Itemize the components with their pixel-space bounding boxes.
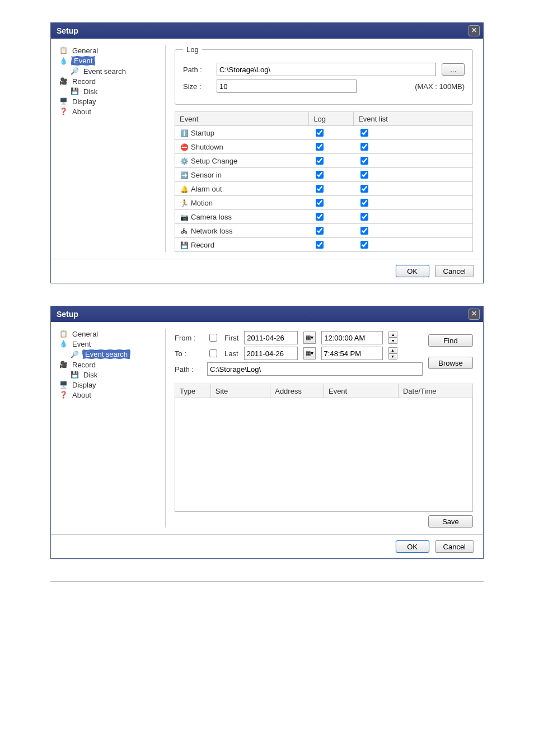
eventlist-checkbox[interactable] xyxy=(360,185,368,193)
record-icon: 🎥 xyxy=(59,360,68,369)
eventlist-checkbox[interactable] xyxy=(360,213,368,221)
display-icon: 🖥️ xyxy=(59,97,68,106)
eventlist-checkbox[interactable] xyxy=(360,143,368,151)
sidebar: 📋 General 💧 Event 🔎 Event search 🎥 Recor… xyxy=(58,45,158,252)
main-panel: From : First ▦▾ ▲ ▼ To : xyxy=(165,329,476,528)
record-icon: 🎥 xyxy=(59,77,68,86)
disk-icon: 💾 xyxy=(70,370,79,379)
path-label: Path : xyxy=(183,66,211,74)
sidebar-item-general[interactable]: 📋 General xyxy=(58,45,158,55)
col-log: Log xyxy=(309,112,354,126)
titlebar: Setup ✕ xyxy=(51,23,483,39)
ok-button[interactable]: OK xyxy=(396,540,429,553)
from-date-picker-icon[interactable]: ▦▾ xyxy=(303,332,316,344)
dialog-footer: OK Cancel xyxy=(51,534,483,558)
log-checkbox[interactable] xyxy=(316,185,324,193)
event-name: Setup Change xyxy=(191,157,237,165)
event-name: Startup xyxy=(191,129,214,137)
disk-icon: 💾 xyxy=(70,87,79,96)
cancel-button[interactable]: Cancel xyxy=(435,265,474,277)
log-checkbox[interactable] xyxy=(316,199,324,207)
eventlist-checkbox[interactable] xyxy=(360,129,368,137)
sidebar-item-general[interactable]: 📋 General xyxy=(58,329,158,339)
col-type: Type xyxy=(175,384,211,398)
event-name: Alarm out xyxy=(191,185,222,193)
results-empty xyxy=(175,398,473,512)
from-time-input[interactable] xyxy=(321,331,383,344)
sidebar-item-record[interactable]: 🎥 Record xyxy=(58,360,158,370)
sidebar-item-record[interactable]: 🎥 Record xyxy=(58,76,158,86)
to-time-input[interactable] xyxy=(321,347,383,360)
eventlist-checkbox[interactable] xyxy=(360,199,368,207)
event-name: Sensor in xyxy=(191,171,222,179)
first-checkbox[interactable] xyxy=(209,334,217,342)
log-checkbox[interactable] xyxy=(316,143,324,151)
log-checkbox[interactable] xyxy=(316,171,324,179)
last-checkbox[interactable] xyxy=(209,349,217,357)
log-legend: Log xyxy=(183,45,202,54)
table-row: 🏃Motion xyxy=(175,196,473,210)
log-checkbox[interactable] xyxy=(316,157,324,165)
event-row-icon: 💾 xyxy=(180,241,189,249)
path-input[interactable] xyxy=(217,63,436,76)
dialog-footer: OK Cancel xyxy=(51,259,483,283)
main-panel: Log Path : ... Size : (MAX : 100MB) Even… xyxy=(165,45,476,252)
events-table: Event Log Event list ℹ️Startup⛔Shutdown⚙… xyxy=(175,111,473,252)
event-row-icon: 📷 xyxy=(180,213,189,221)
log-checkbox[interactable] xyxy=(316,227,324,235)
event-name: Motion xyxy=(191,199,213,207)
event-row-icon: ➡️ xyxy=(180,171,189,179)
sidebar-item-event-search[interactable]: 🔎 Event search xyxy=(58,66,158,76)
to-date-input[interactable] xyxy=(244,347,298,360)
display-icon: 🖥️ xyxy=(59,380,68,389)
table-row: 💾Record xyxy=(175,238,473,252)
spin-down-icon[interactable]: ▼ xyxy=(388,338,397,344)
size-label: Size : xyxy=(183,82,211,91)
col-eventlist: Event list xyxy=(354,112,473,126)
search-path-input[interactable] xyxy=(207,362,423,376)
sidebar-item-event[interactable]: 💧 Event xyxy=(58,339,158,349)
eventlist-checkbox[interactable] xyxy=(360,227,368,235)
col-event: Event xyxy=(175,112,309,126)
last-label: Last xyxy=(224,349,238,358)
event-name: Network loss xyxy=(191,227,232,235)
save-button[interactable]: Save xyxy=(428,515,473,528)
col-address: Address xyxy=(270,384,324,398)
browse-button[interactable]: Browse xyxy=(428,357,473,369)
event-name: Record xyxy=(191,241,214,249)
find-button[interactable]: Find xyxy=(428,334,473,347)
col-site: Site xyxy=(210,384,270,398)
table-row: 📷Camera loss xyxy=(175,210,473,224)
cancel-button[interactable]: Cancel xyxy=(435,540,474,553)
sidebar-item-event[interactable]: 💧 Event xyxy=(58,55,158,66)
size-input[interactable] xyxy=(217,80,357,93)
eventlist-checkbox[interactable] xyxy=(360,171,368,179)
sidebar-item-event-search[interactable]: 🔎 Event search xyxy=(58,349,158,360)
close-icon[interactable]: ✕ xyxy=(469,25,480,36)
sidebar-item-disk[interactable]: 💾 Disk xyxy=(58,370,158,380)
log-checkbox[interactable] xyxy=(316,129,324,137)
close-icon[interactable]: ✕ xyxy=(469,309,480,320)
spin-up-icon[interactable]: ▲ xyxy=(388,332,397,338)
eventlist-checkbox[interactable] xyxy=(360,157,368,165)
sidebar-item-about[interactable]: ❓ About xyxy=(58,390,158,400)
sidebar-item-display[interactable]: 🖥️ Display xyxy=(58,380,158,390)
browse-path-button[interactable]: ... xyxy=(442,63,465,76)
sidebar-item-display[interactable]: 🖥️ Display xyxy=(58,96,158,106)
event-search-icon: 🔎 xyxy=(70,67,79,76)
from-date-input[interactable] xyxy=(244,331,298,344)
sidebar-item-about[interactable]: ❓ About xyxy=(58,106,158,116)
ok-button[interactable]: OK xyxy=(396,265,429,277)
eventlist-checkbox[interactable] xyxy=(360,241,368,249)
log-checkbox[interactable] xyxy=(316,241,324,249)
event-icon: 💧 xyxy=(59,57,68,66)
event-search-icon: 🔎 xyxy=(70,350,79,359)
log-checkbox[interactable] xyxy=(316,213,324,221)
to-date-picker-icon[interactable]: ▦▾ xyxy=(303,347,316,360)
spin-up-icon[interactable]: ▲ xyxy=(388,347,397,353)
general-icon: 📋 xyxy=(59,329,68,338)
sidebar-item-disk[interactable]: 💾 Disk xyxy=(58,86,158,96)
first-label: First xyxy=(224,334,238,342)
spin-down-icon[interactable]: ▼ xyxy=(388,353,397,360)
table-row: ⛔Shutdown xyxy=(175,140,473,154)
